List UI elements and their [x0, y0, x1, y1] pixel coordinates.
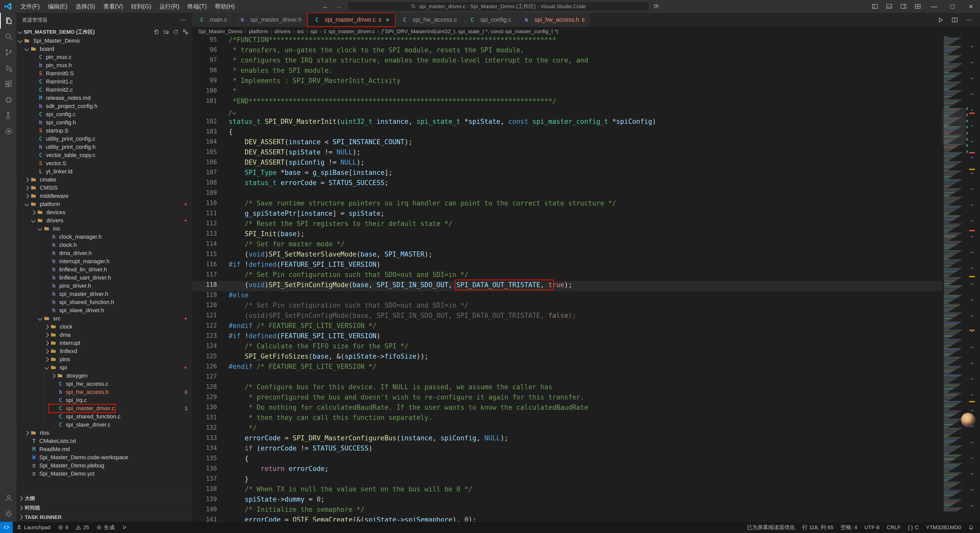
tree-item-linflexd[interactable]: linflexd — [16, 347, 192, 355]
tree-item-spi_hw_access.h[interactable]: hspi_hw_access.h6 — [16, 388, 192, 396]
error-status-item[interactable]: 9 — [54, 522, 72, 533]
code-line-106[interactable]: 106 DEV_ASSERT(spiConfig != NULL); — [192, 159, 980, 169]
tree-item-doxygen[interactable]: doxygen — [16, 372, 192, 380]
user-avatar[interactable] — [961, 413, 975, 427]
menu-item-F[interactable]: 文件(F) — [16, 0, 44, 13]
code-line-140[interactable]: 140 /* Initialize the semaphore */ — [192, 506, 980, 516]
code-line-133[interactable]: 133 errorCode = SPI_DRV_MasterConfigureB… — [192, 434, 980, 444]
tree-item-release_notes.md[interactable]: Mrelease_notes.md — [16, 94, 192, 102]
split-editor-button[interactable] — [951, 17, 958, 23]
tree-item-interrupt[interactable]: interrupt — [16, 339, 192, 347]
tree-item-RamInit2.c[interactable]: CRamInit2.c — [16, 86, 192, 94]
breadcrumb-item[interactable]: ƒSPI_DRV_MasterInit(uint32_t, spi_state_… — [381, 28, 558, 35]
tab-main.c[interactable]: Cmain.c — [192, 13, 233, 27]
code-line-113[interactable]: 113 SPI_Init(base); — [192, 230, 980, 240]
code-line-100[interactable]: 100 * — [192, 87, 980, 97]
tree-item-spi_irq.c[interactable]: Cspi_irq.c — [16, 396, 192, 404]
more-actions-icon[interactable]: ⋯ — [180, 16, 187, 24]
tree-item-linflexd_uart_driver.h[interactable]: hlinflexd_uart_driver.h — [16, 274, 192, 282]
code-line-101[interactable]: 101 *END********************************… — [192, 97, 980, 107]
tree-item-CMakeLists.txt[interactable]: TCMakeLists.txt — [16, 437, 192, 445]
menu-item-S[interactable]: 选择(S) — [72, 0, 99, 13]
close-button[interactable]: × — [962, 0, 980, 13]
menu-item-G[interactable]: 转到(G) — [127, 0, 155, 13]
activitybar-explorer[interactable] — [0, 13, 16, 29]
code-line-102[interactable]: 102status_t SPI_DRV_MasterInit(uint32_t … — [192, 118, 980, 128]
code-line-124[interactable]: 124 /* Calculate the FIFO size for the S… — [192, 342, 980, 353]
status-item-right2[interactable]: 空格: 4 — [837, 522, 861, 533]
tree-item-spi_master_driver.c[interactable]: Cspi_master_driver.c3 — [16, 404, 192, 412]
activitybar-settings[interactable] — [0, 506, 16, 522]
tree-item-clock_manager.h[interactable]: hclock_manager.h — [16, 233, 192, 241]
layout-panel-icon[interactable] — [882, 0, 896, 13]
tree-item-spi[interactable]: spi● — [16, 363, 192, 372]
code-line-138[interactable]: 138 /* When TX is null the value sent on… — [192, 485, 980, 495]
activitybar-search[interactable] — [0, 29, 16, 45]
code-line-111[interactable]: 111 g_spiStatePtr[instance] = spiState; — [192, 210, 980, 220]
tree-item-startup.S[interactable]: Sstartup.S — [16, 127, 192, 135]
tree-item-drivers[interactable]: drivers● — [16, 216, 192, 224]
code-line-127[interactable]: 127 — [192, 373, 980, 383]
bell-status-item[interactable] — [965, 522, 977, 533]
code-line-126[interactable]: 126#endif /* FEATURE_SPI_LITE_VERSION */ — [192, 363, 980, 373]
tree-item-inc[interactable]: inc — [16, 224, 192, 233]
tree-item-clock[interactable]: clock — [16, 323, 192, 331]
tree-item-spi_config.h[interactable]: hspi_config.h — [16, 118, 192, 127]
tree-item-sdk_project_config.h[interactable]: hsdk_project_config.h — [16, 102, 192, 110]
command-center-search[interactable]: spi_master_driver.c - Spi_Master_Demo (工… — [348, 2, 649, 11]
layout-secondary-icon[interactable] — [896, 0, 911, 13]
tab-spi_hw_access.h[interactable]: hspi_hw_access.h6 — [517, 13, 590, 27]
tree-item-CMSIS[interactable]: CMSIS — [16, 184, 192, 192]
status-item-right6[interactable]: YTM32B1MD0 — [922, 522, 965, 533]
breadcrumb-item[interactable]: platform — [249, 28, 268, 35]
play-status-item[interactable] — [118, 522, 131, 533]
tree-item-vector.S[interactable]: Svector.S — [16, 159, 192, 167]
menu-item-R[interactable]: 运行(R) — [156, 0, 183, 13]
menu-item-H[interactable]: 帮助(H) — [211, 0, 239, 13]
code-line-132[interactable]: 132 */ — [192, 424, 980, 434]
code-line-96[interactable]: 96 * transfers, un-gates the clock to th… — [192, 46, 980, 56]
tree-item-dma_driver.h[interactable]: hdma_driver.h — [16, 249, 192, 257]
codelens-row[interactable]: ƒ — [192, 107, 980, 118]
menu-item-T[interactable]: 终端(T) — [183, 0, 211, 13]
tree-item-spi_shared_function.h[interactable]: hspi_shared_function.h — [16, 298, 192, 306]
tree-item-Spi_Master_Demo[interactable]: Spi_Master_Demo — [16, 37, 192, 45]
code-line-139[interactable]: 139 spiState->dummy = 0; — [192, 495, 980, 506]
code-line-121[interactable]: 121 (void)SPI_SetPinConfigMode(base, SPI… — [192, 312, 980, 322]
layout-customize-icon[interactable] — [911, 0, 925, 13]
menu-item-V[interactable]: 查看(V) — [99, 0, 127, 13]
tree-item-linflexd_lin_driver.h[interactable]: hlinflexd_lin_driver.h — [16, 266, 192, 274]
code-line-109[interactable]: 109 — [192, 189, 980, 199]
tree-item-spi_shared_function.c[interactable]: Cspi_shared_function.c — [16, 412, 192, 421]
code-line-119[interactable]: 119#else — [192, 291, 980, 301]
code-line-123[interactable]: 123#if !defined(FEATURE_SPI_LITE_VERSION… — [192, 332, 980, 342]
code-line-116[interactable]: 116#if !defined(FEATURE_SPI_LITE_VERSION… — [192, 261, 980, 271]
tree-item-middleware[interactable]: middleware — [16, 192, 192, 200]
minimize-button[interactable]: — — [925, 0, 943, 13]
code-line-99[interactable]: 99 * Implements : SPI_DRV_MasterInit_Act… — [192, 77, 980, 87]
braces-status-item[interactable]: { }C — [904, 522, 922, 533]
code-line-130[interactable]: 130 * Do nothing for calculatedBaudRate.… — [192, 404, 980, 414]
workspace-section-header[interactable]: SPI_MASTER_DEMO (工作区) — [16, 27, 192, 37]
overview-ruler[interactable] — [966, 36, 980, 522]
tree-item-devices[interactable]: devices — [16, 208, 192, 216]
code-line-103[interactable]: 103{ — [192, 128, 980, 138]
tree-item-Spi_Master_Demo.yct[interactable]: ≡Spi_Master_Demo.yct — [16, 470, 192, 478]
code-line-95[interactable]: 95/*FUNCTION****************************… — [192, 36, 980, 46]
back-icon[interactable]: ← — [321, 3, 330, 11]
tab-spi_config.c[interactable]: Cspi_config.c — [463, 13, 517, 27]
tree-item-ReadMe.md[interactable]: MReadMe.md — [16, 445, 192, 453]
new-folder-icon[interactable] — [163, 29, 169, 35]
menu-item-E[interactable]: 编辑(E) — [44, 0, 72, 13]
tree-item-vector_table_copy.c[interactable]: Cvector_table_copy.c — [16, 151, 192, 159]
more-actions-icon[interactable]: ⋯ — [966, 16, 973, 24]
tree-item-spi_config.c[interactable]: Cspi_config.c — [16, 110, 192, 118]
activitybar-account[interactable] — [0, 490, 16, 506]
tree-item-cmake[interactable]: cmake — [16, 176, 192, 184]
section-TASK RUNNER[interactable]: TASK RUNNER — [16, 512, 192, 522]
status-item-right0[interactable]: 已为屏幕阅读器优化 — [743, 522, 799, 533]
code-line-107[interactable]: 107 SPI_Type *base = g_spiBase[instance]… — [192, 169, 980, 179]
code-line-108[interactable]: 108 status_t errorCode = STATUS_SUCCESS; — [192, 179, 980, 189]
tree-item-RamInit0.S[interactable]: SRamInit0.S — [16, 70, 192, 78]
tree-item-utility_print_config.c[interactable]: Cutility_print_config.c — [16, 135, 192, 143]
